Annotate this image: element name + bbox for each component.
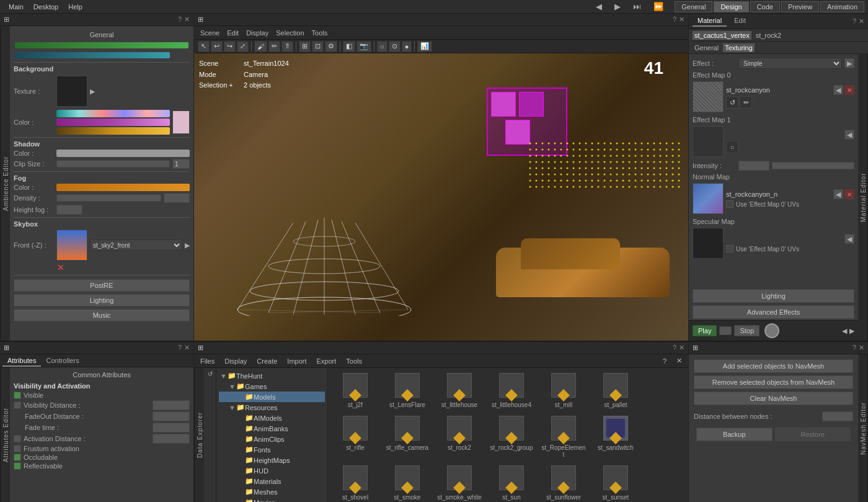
texture-arrow[interactable]: ▶	[90, 87, 95, 96]
nav-back-icon[interactable]: ◀	[591, 1, 607, 12]
tab-attributes[interactable]: Attributes	[2, 356, 41, 367]
tree-aimodels[interactable]: 📁 AIModels	[219, 413, 325, 423]
file-st_rifle_camera[interactable]: st_rifle_camera	[383, 413, 432, 460]
mat-obj-rock[interactable]: st_rock2	[754, 31, 784, 40]
file-st_smoke_white[interactable]: st_smoke_white	[435, 463, 484, 502]
mat-pause-icon[interactable]	[719, 326, 732, 335]
de-menu-import[interactable]: Import	[285, 357, 309, 365]
intensity-input[interactable]: 1.00	[738, 161, 769, 171]
effect-map-0-arrow[interactable]: ◀	[833, 85, 843, 95]
scene-menu-edit[interactable]: Edit	[224, 29, 241, 37]
scene-close-icon[interactable]: ✕	[679, 16, 684, 24]
mat-prev-icon[interactable]: ◀	[842, 327, 847, 335]
navmesh-add-button[interactable]: Add selected objects to NavMesh	[694, 359, 853, 373]
tree-fonts[interactable]: 📁 Fonts	[219, 444, 325, 455]
normal-map-delete[interactable]: ✕	[844, 189, 854, 199]
tab-general[interactable]: General	[675, 1, 712, 12]
mat-help-icon[interactable]: ?	[852, 17, 856, 25]
navmesh-help-icon[interactable]: ?	[852, 344, 856, 352]
pen-btn[interactable]: ✏	[268, 41, 280, 52]
vis-dist-input[interactable]: 100.0	[153, 400, 190, 410]
arrow-btn[interactable]: ⇑	[281, 41, 293, 52]
normal-map-texture[interactable]	[693, 183, 724, 214]
color-gradient-3[interactable]	[56, 127, 170, 135]
tab-code[interactable]: Code	[750, 1, 780, 12]
tab-animation[interactable]: Animation	[820, 1, 864, 12]
mat-dial[interactable]	[764, 323, 779, 338]
scene-menu-scene[interactable]: Scene	[198, 29, 222, 37]
intensity-bar[interactable]	[772, 162, 854, 169]
mat-tab-edit[interactable]: Edit	[729, 16, 751, 27]
fade-time-input[interactable]: 0.5	[153, 423, 190, 433]
visible-checkbox[interactable]	[14, 392, 21, 399]
file-st_RopeElement[interactable]: st_RopeElement	[539, 413, 588, 460]
view-btn[interactable]: ◧	[343, 41, 355, 52]
effect-map-1-circle-icon[interactable]: ○	[726, 141, 738, 153]
tree-materials[interactable]: 📁 Materials	[219, 476, 325, 486]
mat-next-icon[interactable]: ▶	[849, 327, 854, 335]
lighting-button[interactable]: Lighting	[14, 294, 190, 307]
mat-tab-material[interactable]: Material	[693, 16, 727, 27]
scene-menu-tools[interactable]: Tools	[309, 29, 330, 37]
mat-sub-texturing[interactable]: Texturing	[723, 43, 755, 52]
effect-map-0-refresh-icon[interactable]: ↺	[726, 96, 738, 109]
effect-map-0-texture[interactable]	[693, 81, 724, 112]
viewport[interactable]: Scene Mode Selection + st_Terrain1024 Ca…	[194, 53, 688, 341]
file-st_sun[interactable]: st_sun	[487, 463, 536, 502]
file-st_rock2_group[interactable]: st_rock2_group	[487, 413, 536, 460]
height-fog-input[interactable]: 0.00	[56, 205, 82, 215]
music-button[interactable]: Music	[14, 309, 190, 321]
use-specular-cb[interactable]	[726, 245, 733, 253]
file-st_rock2[interactable]: st_rock2	[435, 413, 484, 460]
skybox-select[interactable]: st_sky2_front	[90, 240, 182, 251]
tree-movies[interactable]: 📁 Movies	[219, 497, 325, 502]
texture-preview[interactable]	[56, 76, 87, 107]
scene-help-icon[interactable]: ?	[673, 16, 676, 24]
file-st_LensFlare[interactable]: st_LensFlare	[383, 370, 432, 411]
de-refresh-icon[interactable]: ↺	[208, 370, 213, 377]
activation-checkbox[interactable]	[14, 435, 21, 442]
navmesh-remove-button[interactable]: Remove selected objects from NavMesh	[694, 375, 853, 389]
menu-help[interactable]: Help	[63, 2, 87, 12]
fog-density-input[interactable]: 0.0041	[164, 193, 190, 203]
de-menu-export[interactable]: Export	[314, 357, 339, 365]
mat-play-button[interactable]: Play	[693, 325, 717, 336]
tree-resources[interactable]: ▼ 📁 Resources	[219, 402, 325, 413]
file-st_rifle[interactable]: st_rifle	[330, 413, 380, 460]
tree-games[interactable]: ▼ 📁 Games	[219, 381, 325, 392]
mat-sub-general[interactable]: General	[693, 43, 720, 52]
graph-btn[interactable]: 📊	[417, 41, 432, 52]
close-icon[interactable]: ✕	[184, 16, 190, 24]
settings-btn[interactable]: ⚙	[325, 41, 337, 52]
tree-heightmaps[interactable]: 📁 HeightMaps	[219, 455, 325, 465]
sphere-btn[interactable]: ○	[377, 41, 388, 52]
scene-menu-selection[interactable]: Selection	[273, 29, 306, 37]
de-menu-files[interactable]: Files	[198, 357, 217, 365]
nav-fast-icon[interactable]: ⏩	[649, 1, 668, 12]
attr-help-icon[interactable]: ?	[178, 344, 182, 352]
de-menu-create[interactable]: Create	[254, 357, 280, 365]
navmesh-distance-input[interactable]: 0.50	[822, 411, 853, 421]
de-menu-tools[interactable]: Tools	[343, 357, 365, 365]
postre-button[interactable]: PostRE	[14, 279, 190, 292]
fog-density-bar[interactable]	[56, 194, 161, 202]
tree-meshes[interactable]: 📁 Meshes	[219, 486, 325, 497]
file-st_sunflower[interactable]: st_sunflower	[539, 463, 588, 502]
file-st_mill[interactable]: st_mill	[539, 370, 588, 411]
effect-select[interactable]: Simple	[738, 58, 842, 69]
file-st_sunset[interactable]: st_sunset	[591, 463, 640, 502]
specular-map-arrow[interactable]: ◀	[844, 234, 854, 244]
de-close-btn[interactable]: ✕	[674, 356, 684, 365]
mat-stop-button[interactable]: Stop	[734, 325, 760, 336]
wire-btn[interactable]: ⊙	[389, 41, 401, 52]
mat-close-icon[interactable]: ✕	[859, 17, 864, 25]
menu-desktop[interactable]: Desktop	[29, 2, 63, 12]
scene-menu-display[interactable]: Display	[244, 29, 271, 37]
effect-map-1-arrow[interactable]: ◀	[844, 130, 854, 140]
tree-models[interactable]: 📁 Models	[219, 392, 325, 402]
file-st_littlehouse[interactable]: st_littlehouse	[435, 370, 484, 411]
skybox-delete-icon[interactable]: ✕	[57, 262, 64, 272]
color-gradient-2[interactable]	[56, 119, 170, 126]
file-st_pallet[interactable]: st_pallet	[591, 370, 640, 411]
tree-hud[interactable]: 📁 HUD	[219, 465, 325, 476]
